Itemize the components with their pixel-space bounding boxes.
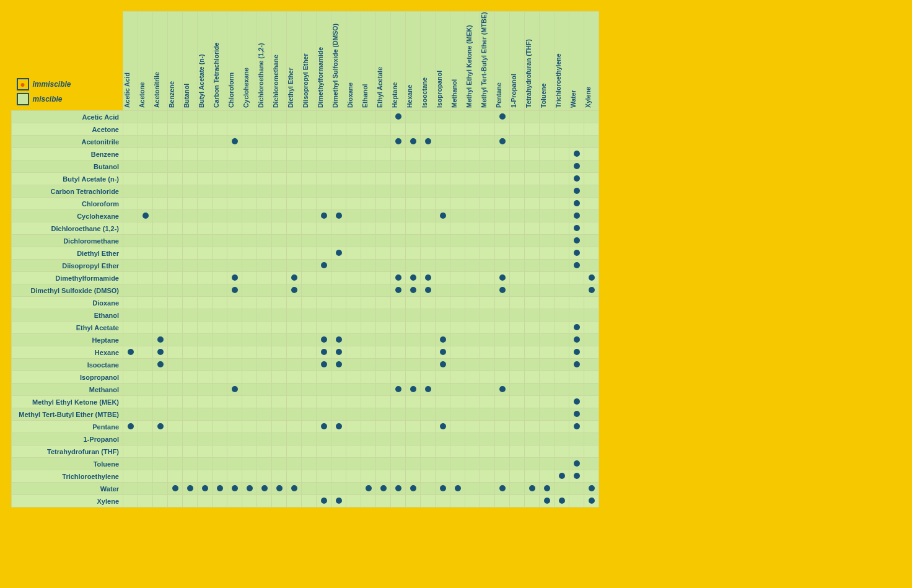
cell-6-2	[153, 185, 168, 198]
cell-27-27	[525, 445, 540, 458]
cell-23-17	[376, 396, 391, 408]
cell-15-22	[450, 297, 465, 309]
cell-25-21	[436, 421, 450, 433]
cell-23-20	[421, 396, 436, 408]
immiscible-dot	[425, 287, 431, 293]
cell-21-18	[391, 371, 406, 384]
cell-24-30	[569, 408, 584, 421]
cell-4-28	[540, 160, 555, 173]
cell-16-3	[168, 309, 183, 322]
cell-11-25	[495, 247, 510, 260]
cell-24-9	[257, 408, 272, 421]
cell-31-18	[391, 495, 406, 507]
cell-16-24	[480, 309, 495, 322]
cell-19-17	[376, 346, 391, 359]
cell-9-19	[406, 222, 421, 235]
cell-28-13	[317, 458, 331, 470]
row-header-26: 1-Propanol	[12, 433, 123, 445]
cell-20-0	[123, 359, 138, 371]
cell-8-29	[555, 210, 569, 222]
cell-24-0	[123, 408, 138, 421]
col-header-21: Isopropanol	[436, 12, 450, 111]
cell-22-27	[525, 384, 540, 396]
cell-26-23	[465, 433, 480, 445]
cell-28-15	[346, 458, 361, 470]
cell-3-13	[317, 148, 331, 160]
cell-30-30	[569, 483, 584, 495]
cell-9-23	[465, 222, 480, 235]
legend: ● immiscible miscible	[17, 78, 118, 105]
cell-21-7	[227, 371, 242, 384]
cell-22-26	[510, 384, 525, 396]
immiscible-dot	[410, 138, 416, 144]
cell-14-27	[525, 284, 540, 297]
cell-20-28	[540, 359, 555, 371]
col-header-label-19: Hexane	[406, 14, 413, 108]
cell-6-18	[391, 185, 406, 198]
cell-23-8	[242, 396, 257, 408]
cell-8-12	[302, 210, 317, 222]
cell-31-2	[153, 495, 168, 507]
cell-26-12	[302, 433, 317, 445]
cell-19-2	[153, 346, 168, 359]
cell-5-14	[331, 173, 346, 185]
cell-19-13	[317, 346, 331, 359]
col-header-19: Hexane	[406, 12, 421, 111]
cell-20-30	[569, 359, 584, 371]
cell-27-4	[183, 445, 198, 458]
cell-19-4	[183, 346, 198, 359]
cell-3-19	[406, 148, 421, 160]
cell-14-11	[287, 284, 302, 297]
cell-8-28	[540, 210, 555, 222]
cell-0-6	[213, 111, 227, 123]
cell-24-19	[406, 408, 421, 421]
cell-14-20	[421, 284, 436, 297]
cell-30-16	[361, 483, 376, 495]
cell-0-28	[540, 111, 555, 123]
cell-21-13	[317, 371, 331, 384]
cell-5-31	[584, 173, 599, 185]
immiscible-dot	[440, 361, 446, 367]
cell-30-7	[227, 483, 242, 495]
cell-12-2	[153, 260, 168, 272]
cell-21-31	[584, 371, 599, 384]
cell-3-21	[436, 148, 450, 160]
cell-30-17	[376, 483, 391, 495]
cell-29-17	[376, 470, 391, 483]
cell-6-29	[555, 185, 569, 198]
cell-18-29	[555, 334, 569, 346]
cell-30-8	[242, 483, 257, 495]
cell-16-21	[436, 309, 450, 322]
cell-7-8	[242, 198, 257, 210]
cell-16-25	[495, 309, 510, 322]
cell-27-17	[376, 445, 391, 458]
cell-2-27	[525, 136, 540, 148]
cell-17-0	[123, 322, 138, 334]
cell-18-2	[153, 334, 168, 346]
cell-19-29	[555, 346, 569, 359]
immiscible-dot	[574, 473, 580, 479]
cell-18-11	[287, 334, 302, 346]
cell-31-25	[495, 495, 510, 507]
cell-28-11	[287, 458, 302, 470]
cell-31-15	[346, 495, 361, 507]
cell-28-23	[465, 458, 480, 470]
immiscible-dot	[395, 274, 401, 281]
cell-5-9	[257, 173, 272, 185]
cell-0-1	[138, 111, 153, 123]
cell-20-13	[317, 359, 331, 371]
immiscible-dot	[395, 138, 401, 144]
miscible-box	[17, 93, 29, 105]
cell-12-29	[555, 260, 569, 272]
cell-22-15	[346, 384, 361, 396]
cell-13-30	[569, 272, 584, 284]
cell-6-12	[302, 185, 317, 198]
cell-8-22	[450, 210, 465, 222]
cell-28-30	[569, 458, 584, 470]
cell-14-4	[183, 284, 198, 297]
cell-9-21	[436, 222, 450, 235]
cell-9-9	[257, 222, 272, 235]
cell-26-10	[272, 433, 287, 445]
col-header-31: Xylene	[584, 12, 599, 111]
cell-18-8	[242, 334, 257, 346]
